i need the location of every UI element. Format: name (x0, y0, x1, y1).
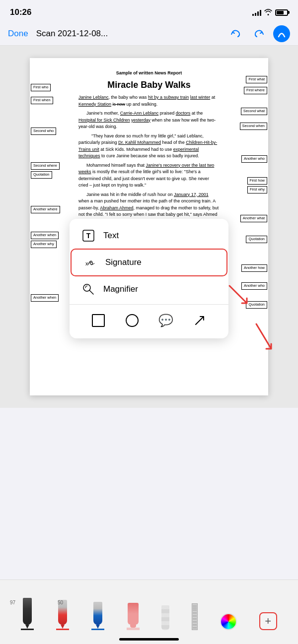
status-icons (252, 8, 288, 17)
popup-item-signature[interactable]: x Signature (71, 249, 227, 276)
add-tool[interactable]: + (259, 612, 277, 630)
label-another-where: Another where (31, 206, 60, 213)
marker-pink-icon (128, 603, 139, 625)
toolbar: Done Scan 2021-12-08... (0, 22, 298, 46)
red-arrow-1 (224, 281, 254, 313)
tool-number-50: 50 (58, 600, 63, 605)
done-button[interactable]: Done (8, 29, 28, 39)
label-another-when-1: Another when (31, 232, 59, 239)
doc-body: Janine Leblanc, the baby who was hit by … (78, 94, 220, 225)
para-2: Janine's mother, Carrie-Ann Leblanc prai… (78, 110, 220, 130)
label-quotation-1: Quotation (31, 171, 52, 179)
shape-speech-button[interactable]: 💬 (157, 312, 175, 329)
wifi-icon (264, 8, 272, 17)
drawing-tools: + (0, 580, 298, 634)
signature-label: Signature (105, 258, 142, 267)
ruler-icon (192, 603, 198, 630)
bottom-toolbar: + 97 50 (0, 580, 298, 644)
document-title: Scan 2021-12-08... (36, 29, 222, 39)
text-label: Text (103, 231, 119, 241)
label-first-why: First why (247, 186, 267, 193)
pen-black-icon (23, 598, 32, 625)
pencil-tool[interactable] (161, 605, 169, 630)
label-second-who: Second who (31, 128, 56, 135)
magnifier-label: Magnifier (103, 284, 138, 294)
label-another-who-1: Another who (241, 155, 267, 163)
circle-icon (126, 314, 139, 327)
label-another-what: Another what (240, 215, 267, 222)
label-second-when: Second when (240, 123, 267, 130)
para-1: Janine Leblanc, the baby who was hit by … (78, 94, 220, 108)
shapes-row: 💬 (70, 307, 228, 334)
popup-menu: T Text x Signature (70, 219, 228, 338)
shape-square-button[interactable] (89, 312, 107, 329)
sample-title: Sample of written News Report (78, 70, 220, 76)
pen-blue-tool[interactable] (91, 602, 104, 630)
signature-icon: x (83, 256, 97, 269)
ruler-tool[interactable] (192, 603, 198, 630)
label-first-who: First who (31, 84, 51, 91)
popup-divider (70, 304, 228, 305)
label-first-when: First when (31, 97, 53, 104)
label-quotation-2: Quotation (246, 236, 267, 243)
label-first-what: First what (246, 76, 267, 83)
label-another-how: Another how (241, 264, 267, 272)
battery-icon (275, 9, 288, 16)
svg-text:x: x (85, 260, 88, 266)
popup-item-text[interactable]: T Text (70, 223, 228, 249)
magnifier-icon (81, 282, 95, 296)
svg-text:T: T (86, 232, 91, 240)
redo-button[interactable] (250, 25, 267, 42)
signal-icon (252, 9, 261, 16)
pen-black-tool[interactable] (21, 598, 34, 630)
marker-pink-tool[interactable] (127, 603, 140, 630)
text-icon: T (81, 229, 95, 243)
square-icon (92, 314, 105, 327)
color-wheel-tool[interactable] (220, 613, 237, 630)
para-4: Mohammed himself says that Janine's reco… (78, 162, 220, 189)
color-wheel-icon (220, 613, 237, 630)
status-time: 10:26 (10, 7, 31, 17)
tool-number-97: 97 (10, 600, 15, 605)
headline: Miracle Baby Walks (78, 78, 220, 91)
home-bar (0, 634, 298, 644)
pen-blue-icon (93, 602, 102, 625)
label-another-when-2: Another when (31, 294, 59, 302)
pen-black-preview (21, 629, 34, 630)
marker-pink-preview (127, 628, 140, 630)
document-area: First who First when Second who Second w… (0, 46, 298, 408)
popup-item-magnifier[interactable]: Magnifier (70, 276, 228, 302)
shape-circle-button[interactable] (123, 312, 141, 329)
pen-blue-preview (91, 629, 104, 630)
pencil-icon (161, 605, 169, 630)
arc-button[interactable] (273, 25, 290, 42)
label-second-what: Second what (241, 108, 267, 115)
label-first-where: First where (244, 87, 267, 94)
undo-button[interactable] (227, 25, 244, 42)
label-second-where: Second where (31, 162, 60, 170)
status-bar: 10:26 (0, 0, 298, 22)
para-3: "They have done so much for my little gi… (78, 133, 220, 160)
pen-red-preview (56, 629, 69, 630)
speech-icon: 💬 (158, 314, 173, 327)
label-first-how: First how (247, 177, 267, 185)
shape-arrow-button[interactable] (191, 312, 209, 329)
home-indicator (119, 638, 179, 641)
red-arrow-2 (251, 319, 276, 356)
add-icon[interactable]: + (259, 612, 277, 630)
label-another-why: Another why (31, 241, 57, 248)
